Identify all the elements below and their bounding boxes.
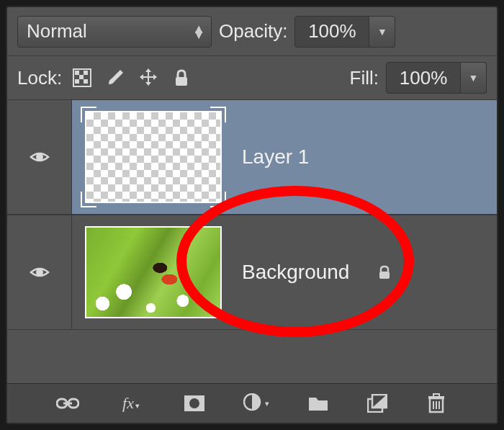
- opacity-dropdown-button[interactable]: ▼: [369, 16, 395, 48]
- fill-dropdown-button[interactable]: ▼: [461, 62, 487, 94]
- chevron-down-icon: ▼: [469, 72, 479, 84]
- move-icon: [138, 67, 159, 89]
- svg-point-7: [36, 153, 43, 161]
- updown-icon: ▲▼: [192, 26, 202, 37]
- layers-bottom-toolbar: fx▾ ▾: [7, 383, 497, 423]
- eye-icon: [30, 147, 50, 167]
- fill-value-box[interactable]: 100%: [386, 62, 461, 94]
- lock-controls-row: Lock: Fill: 100% ▼: [7, 56, 497, 99]
- layers-list: Layer 1 Background: [7, 99, 497, 383]
- fx-icon: fx▾: [122, 394, 140, 413]
- layers-panel: Normal ▲▼ Opacity: 100% ▼ Lock: Fill:: [6, 6, 498, 424]
- layer-thumbnail[interactable]: [85, 226, 222, 318]
- layer-row[interactable]: Layer 1: [7, 99, 497, 215]
- visibility-toggle[interactable]: [7, 215, 72, 329]
- svg-rect-6: [176, 77, 187, 86]
- blend-mode-value: Normal: [27, 20, 87, 42]
- svg-point-8: [36, 269, 43, 276]
- new-group-button[interactable]: [305, 390, 332, 417]
- layer-thumbnail[interactable]: [85, 111, 222, 203]
- layer-name-label[interactable]: Layer 1: [242, 145, 309, 169]
- new-layer-button[interactable]: [364, 390, 391, 417]
- svg-rect-3: [79, 75, 84, 79]
- chevron-down-icon: ▼: [377, 26, 387, 37]
- chevron-down-icon: ▾: [265, 399, 269, 408]
- lock-label: Lock:: [17, 67, 62, 89]
- svg-rect-5: [84, 79, 88, 84]
- delete-layer-button[interactable]: [423, 390, 450, 417]
- brush-icon: [104, 67, 126, 89]
- layer-name-label[interactable]: Background: [242, 261, 349, 284]
- svg-rect-20: [433, 394, 439, 397]
- lock-icon: [172, 68, 191, 87]
- layer-locked-icon: [377, 264, 392, 280]
- adjustment-layer-button[interactable]: ▾: [240, 390, 273, 417]
- svg-rect-12: [63, 403, 72, 405]
- link-layers-button[interactable]: [54, 390, 81, 417]
- image-thumbnail: [86, 228, 220, 317]
- layer-fx-button[interactable]: fx▾: [113, 390, 149, 417]
- top-controls-row: Normal ▲▼ Opacity: 100% ▼: [7, 7, 497, 56]
- new-layer-icon: [367, 394, 387, 413]
- lock-all-button[interactable]: [168, 65, 194, 91]
- layer-mask-button[interactable]: [181, 390, 208, 417]
- svg-rect-9: [379, 272, 390, 279]
- link-icon: [56, 396, 79, 411]
- svg-rect-2: [84, 71, 88, 75]
- layer-body[interactable]: Background: [72, 215, 497, 329]
- lock-transparency-button[interactable]: [69, 65, 95, 91]
- svg-rect-1: [75, 71, 79, 75]
- layer-body[interactable]: Layer 1: [72, 100, 497, 214]
- opacity-value: 100%: [308, 20, 356, 42]
- eye-icon: [30, 262, 50, 282]
- folder-icon: [307, 395, 329, 412]
- opacity-value-box[interactable]: 100%: [294, 16, 369, 48]
- lock-brush-button[interactable]: [102, 65, 128, 91]
- svg-point-14: [189, 398, 199, 408]
- opacity-label: Opacity:: [219, 20, 287, 42]
- layer-row[interactable]: Background: [7, 215, 497, 330]
- svg-rect-4: [75, 79, 79, 84]
- fill-label: Fill:: [350, 67, 379, 89]
- blend-mode-dropdown[interactable]: Normal ▲▼: [17, 16, 212, 48]
- mask-icon: [184, 395, 205, 412]
- lock-transparency-icon: [73, 68, 91, 87]
- trash-icon: [427, 393, 446, 413]
- adjustment-icon: [243, 393, 264, 413]
- lock-position-button[interactable]: [135, 65, 161, 91]
- fill-value: 100%: [400, 67, 448, 89]
- visibility-toggle[interactable]: [7, 100, 72, 214]
